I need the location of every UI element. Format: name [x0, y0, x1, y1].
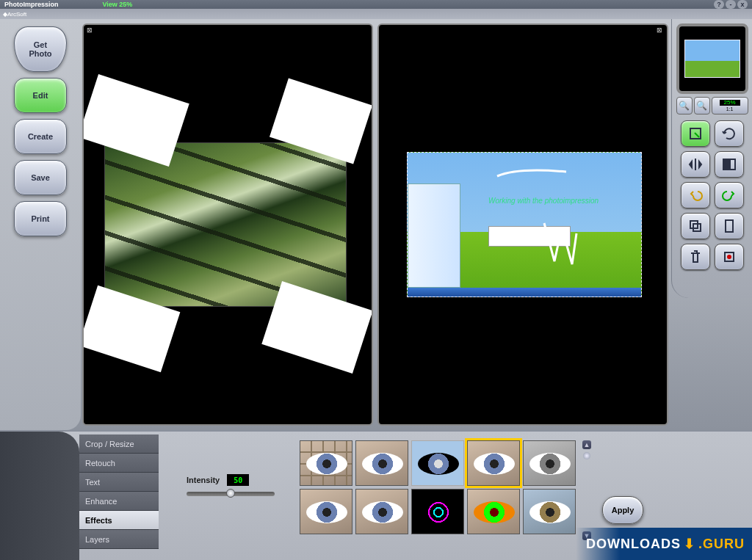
- zoom-indicator[interactable]: 25% 1:1: [712, 97, 748, 114]
- navigator[interactable]: [676, 23, 748, 94]
- effect-negative[interactable]: [411, 440, 464, 486]
- tab-effects[interactable]: Effects: [79, 511, 159, 530]
- close-icon[interactable]: ⊠: [657, 26, 664, 34]
- scroll-up-icon[interactable]: ▲: [582, 440, 591, 449]
- get-photo-button[interactable]: Get Photo: [14, 26, 67, 72]
- right-image: Working with the photoimpression: [407, 152, 642, 297]
- create-button[interactable]: Create: [14, 119, 67, 154]
- effect-sharpen[interactable]: [355, 489, 408, 534]
- delete-tool[interactable]: [681, 244, 710, 270]
- effect-thumbnails: [300, 440, 576, 534]
- zoom-out-icon[interactable]: 🔍: [694, 97, 710, 114]
- image-caption: Working with the photoimpression: [488, 197, 599, 205]
- effect-cool[interactable]: [523, 489, 576, 534]
- help-button[interactable]: ?: [714, 0, 724, 9]
- intensity-control: Intensity 50: [187, 474, 275, 496]
- left-sidebar: Get Photo Edit Create Save Print: [0, 19, 81, 430]
- intensity-label: Intensity: [187, 476, 220, 484]
- effect-edge[interactable]: [411, 489, 464, 534]
- download-icon: ⬇: [684, 536, 695, 552]
- zoom-in-icon[interactable]: 🔍: [676, 97, 693, 114]
- effect-mosaic[interactable]: [300, 440, 352, 486]
- intensity-value: 50: [227, 474, 249, 486]
- close-icon[interactable]: ⊠: [87, 26, 94, 34]
- left-image: [104, 142, 347, 307]
- workspace: ⊠ ⊠ Working with the photoimpression: [81, 19, 671, 430]
- flip-h-tool[interactable]: [681, 151, 710, 178]
- rotate-tool[interactable]: [715, 120, 744, 147]
- svg-rect-5: [726, 220, 733, 232]
- svg-rect-1: [723, 159, 729, 170]
- zoom-readout: View 25%: [103, 1, 133, 8]
- tool-grid: [681, 120, 744, 270]
- print-button[interactable]: Print: [14, 201, 67, 236]
- copy-tool[interactable]: [681, 213, 710, 239]
- effect-normal[interactable]: [355, 440, 408, 486]
- close-button[interactable]: x: [737, 0, 748, 9]
- left-view[interactable]: ⊠: [82, 23, 373, 426]
- tab-layers[interactable]: Layers: [79, 530, 159, 549]
- svg-point-7: [727, 255, 731, 259]
- save-button[interactable]: Save: [14, 160, 67, 195]
- watermark: DOWNLOADS ⬇ .GURU: [576, 528, 752, 560]
- thumb-scroll[interactable]: ▲ ▼: [582, 440, 592, 540]
- svg-rect-2: [730, 159, 735, 170]
- title-bar: PhotoImpression View 25% ? - x: [0, 0, 752, 9]
- edit-button[interactable]: Edit: [14, 78, 67, 113]
- effect-grayscale[interactable]: [523, 440, 576, 486]
- effect-glow[interactable]: [467, 489, 520, 534]
- tab-retouch[interactable]: Retouch: [79, 454, 159, 473]
- effect-tabs: Crop / Resize Retouch Text Enhance Effec…: [79, 434, 159, 549]
- apply-button[interactable]: Apply: [602, 496, 643, 524]
- brand-label: ArcSoft: [7, 11, 26, 18]
- right-view[interactable]: ⊠ Working with the photoimpression: [377, 23, 668, 426]
- tab-enhance[interactable]: Enhance: [79, 492, 159, 511]
- minimize-button[interactable]: -: [726, 0, 736, 9]
- effect-soft[interactable]: [467, 440, 520, 486]
- app-title: PhotoImpression: [4, 1, 59, 8]
- clear-tool[interactable]: [715, 244, 744, 270]
- intensity-slider[interactable]: [187, 492, 275, 496]
- right-panel: 🔍 🔍 25% 1:1: [671, 19, 752, 298]
- tab-crop-resize[interactable]: Crop / Resize: [79, 434, 159, 454]
- effect-sepia[interactable]: [300, 489, 352, 534]
- flip-v-tool[interactable]: [715, 151, 744, 178]
- crop-tool[interactable]: [681, 120, 710, 147]
- brand-bar: ◆ ArcSoft: [0, 9, 752, 19]
- undo-tool[interactable]: [681, 182, 710, 208]
- tab-text[interactable]: Text: [79, 473, 159, 492]
- paste-tool[interactable]: [715, 213, 744, 239]
- redo-tool[interactable]: [715, 182, 744, 208]
